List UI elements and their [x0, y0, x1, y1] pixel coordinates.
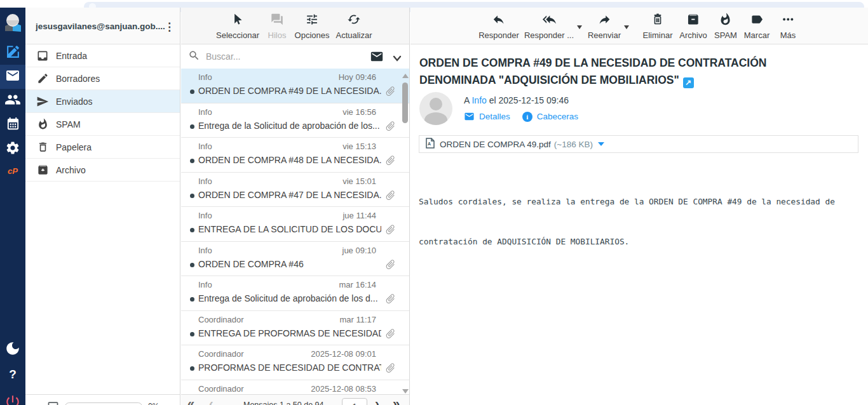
- delete-button[interactable]: Eliminar: [643, 13, 673, 40]
- folder-item-entrada[interactable]: Entrada: [25, 44, 180, 67]
- rail-item-calendar[interactable]: [0, 113, 25, 137]
- message-date: Hoy 09:46: [339, 72, 376, 82]
- folder-item-borradores[interactable]: Borradores: [25, 67, 180, 90]
- message-date: vie 15:13: [342, 142, 376, 151]
- headers-link[interactable]: Cabeceras: [537, 112, 578, 121]
- scrollbar-thumb[interactable]: [402, 83, 408, 123]
- archive-icon: [36, 164, 50, 176]
- page-number-input[interactable]: 1: [342, 398, 367, 405]
- recipient-link[interactable]: Info: [471, 95, 486, 105]
- more-label: Más: [780, 30, 796, 40]
- settings-icon: [5, 140, 20, 158]
- unread-dot-icon: [190, 228, 194, 232]
- reader-toolbar: Responder Responder ... Reenviar Elimina…: [410, 8, 868, 44]
- select-button[interactable]: Seleccionar: [216, 13, 259, 40]
- folder-item-spam[interactable]: SPAM: [25, 113, 180, 136]
- message-date: vie 16:56: [342, 107, 376, 117]
- message-row[interactable]: Coordinador 2025-12-08 09:01 PROFORMAS D…: [181, 345, 409, 380]
- archive-button[interactable]: Archivo: [679, 13, 707, 40]
- message-sender: Info: [198, 142, 212, 151]
- folder-label: Papelera: [56, 142, 92, 152]
- refresh-button[interactable]: Actualizar: [336, 13, 372, 40]
- search-bar: [181, 44, 409, 69]
- quota-progress: [65, 402, 142, 405]
- folder-item-archivo[interactable]: Archivo: [25, 159, 180, 182]
- rail-item-mail[interactable]: [0, 65, 25, 89]
- folder-item-papelera[interactable]: Papelera: [25, 136, 180, 159]
- dark-mode-button[interactable]: [0, 340, 25, 359]
- paperclip-icon: [381, 325, 398, 343]
- message-body: Saludos cordiales, se realiza la entrega…: [419, 168, 835, 275]
- message-row[interactable]: Info vie 16:56 Entrega de la Solicitud d…: [181, 103, 409, 138]
- message-row[interactable]: Info vie 15:01 ORDEN DE COMPRA #47 DE LA…: [181, 173, 409, 208]
- message-sender: Coordinador: [198, 349, 244, 359]
- open-popup-icon[interactable]: ↗: [683, 77, 694, 88]
- message-row[interactable]: Info jue 09:10 ORDEN DE COMPRA #46: [181, 242, 409, 277]
- list-toolbar: Seleccionar Hilos Opciones Actualizar: [181, 8, 409, 44]
- attachment-bar[interactable]: A ORDEN DE COMPRA 49.pdf (~186 KB): [419, 135, 858, 153]
- reply-all-icon: [542, 13, 555, 29]
- threads-button[interactable]: Hilos: [268, 13, 287, 40]
- mark-button[interactable]: Marcar: [744, 13, 770, 40]
- last-page-icon[interactable]: »: [393, 396, 400, 405]
- message-sender: Info: [198, 107, 212, 117]
- message-date: jue 09:10: [342, 246, 377, 255]
- message-date: mar 11:17: [339, 315, 376, 324]
- details-link[interactable]: Detalles: [479, 112, 510, 121]
- rail-item-settings[interactable]: [0, 137, 25, 161]
- rail-item-cpanel[interactable]: cP: [0, 161, 25, 180]
- logout-icon: [4, 394, 21, 405]
- folder-item-enviados[interactable]: Enviados: [25, 90, 180, 113]
- folder-pane: jesusgavilanes@sanjuan.gob.... ⋮ Entrada…: [25, 8, 180, 405]
- folder-label: Enviados: [56, 96, 93, 107]
- message-date: vie 15:01: [342, 176, 376, 186]
- forward-icon: [598, 13, 611, 29]
- spam-button[interactable]: SPAM: [714, 13, 737, 40]
- search-input[interactable]: [206, 51, 365, 62]
- refresh-label: Actualizar: [336, 30, 372, 40]
- attachment-dropdown-icon[interactable]: [598, 142, 604, 146]
- compose-icon: [5, 44, 21, 62]
- avatar: [419, 92, 452, 125]
- paperclip-icon: [381, 187, 398, 204]
- unread-dot-icon: [190, 366, 194, 371]
- message-row[interactable]: Info vie 15:13 ORDEN DE COMPRA #48 DE LA…: [181, 138, 409, 173]
- message-date: mar 16:14: [339, 280, 376, 289]
- next-page-icon[interactable]: ›: [375, 396, 379, 405]
- reply-all-dropdown-icon[interactable]: [577, 25, 582, 29]
- first-page-icon[interactable]: «: [187, 396, 194, 405]
- label-icon: [750, 13, 763, 29]
- unread-dot-icon: [190, 297, 194, 302]
- forward-dropdown-icon[interactable]: [624, 25, 629, 29]
- rail-item-contacts[interactable]: [0, 89, 25, 113]
- reply-button[interactable]: Responder: [478, 13, 519, 40]
- prev-page-icon[interactable]: ‹: [209, 396, 214, 405]
- trash-icon: [651, 13, 665, 29]
- search-scope-mail-icon[interactable]: [370, 50, 384, 66]
- options-button[interactable]: Opciones: [295, 13, 330, 40]
- message-subject: ENTREGA DE LA SOLICITUD DE LOS DOCU...: [198, 224, 381, 234]
- message-row[interactable]: Info Hoy 09:46 ORDEN DE COMPRA #49 DE LA…: [181, 69, 409, 103]
- message-row[interactable]: Info mar 16:14 Entrega de Solicitud de a…: [181, 276, 409, 311]
- scroll-down-icon[interactable]: [402, 389, 409, 394]
- svg-text:A: A: [428, 142, 431, 146]
- kebab-menu-icon[interactable]: ⋮: [164, 20, 175, 34]
- list-scrollbar[interactable]: [401, 69, 409, 394]
- compose-button[interactable]: [0, 41, 25, 65]
- more-button[interactable]: Más: [780, 13, 796, 40]
- message-row[interactable]: Coordinador 2025-12-08 08:53: [181, 380, 409, 395]
- help-button[interactable]: ?: [0, 368, 25, 382]
- message-row[interactable]: Info jue 11:44 ENTREGA DE LA SOLICITUD D…: [181, 207, 409, 242]
- pencil-icon: [36, 72, 50, 84]
- message-sender: Coordinador: [198, 315, 244, 324]
- forward-button[interactable]: Reenviar: [588, 13, 621, 40]
- scroll-up-icon[interactable]: [402, 74, 409, 78]
- reply-all-button[interactable]: Responder ...: [524, 13, 574, 40]
- sent-date: el 2025-12-15 09:46: [489, 95, 569, 105]
- unread-dot-icon: [190, 263, 194, 267]
- message-row[interactable]: Coordinador mar 11:17 ENTREGA DE PROFORM…: [181, 311, 409, 346]
- chevron-down-icon[interactable]: [393, 53, 402, 64]
- logout-button[interactable]: [0, 394, 25, 405]
- reply-all-label: Responder ...: [524, 30, 574, 40]
- message-rows: Info Hoy 09:46 ORDEN DE COMPRA #49 DE LA…: [181, 69, 409, 394]
